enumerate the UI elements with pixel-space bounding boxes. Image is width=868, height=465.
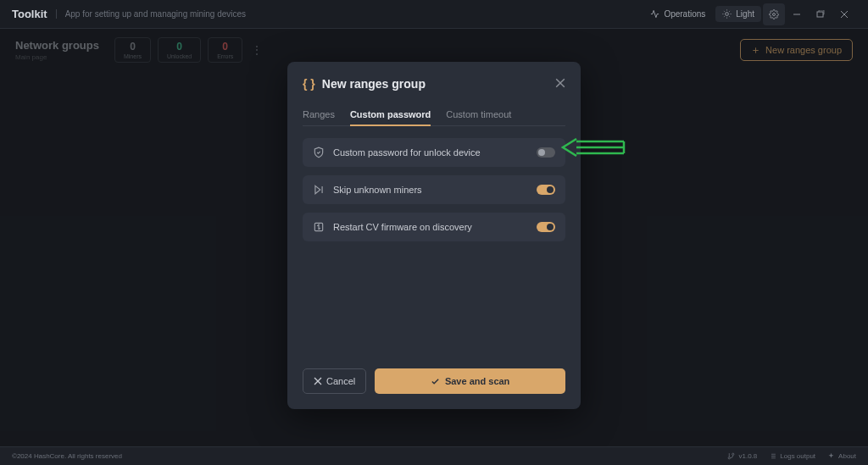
branch-icon [727,452,735,460]
svg-line-7 [724,16,725,17]
option-label: Restart CV firmware on discovery [333,222,528,232]
svg-point-28 [732,453,734,455]
copyright: ©2024 HashCore. All rights reserved [12,452,122,460]
svg-point-29 [729,457,731,459]
close-icon [555,78,565,88]
toggle-skip-unknown[interactable] [537,185,555,195]
save-and-scan-button[interactable]: Save and scan [375,368,565,394]
option-skip-unknown: Skip unknown miners [303,175,565,204]
svg-rect-11 [817,12,823,17]
gear-icon [769,9,779,19]
app-title: Toolkit [12,8,47,20]
modal-header: { } New ranges group [303,77,565,91]
close-icon [840,10,849,19]
new-ranges-modal: { } New ranges group Ranges Custom passw… [287,62,581,409]
check-icon [431,377,440,386]
sun-icon [722,9,732,19]
tab-custom-timeout[interactable]: Custom timeout [446,104,511,125]
svg-point-0 [726,13,729,16]
version-label[interactable]: v1.0.8 [727,452,757,460]
minimize-icon [793,10,801,19]
theme-label: Light [736,9,754,19]
modal-tabs: Ranges Custom password Custom timeout [303,104,565,126]
close-icon [314,377,322,385]
svg-line-8 [730,11,731,12]
cancel-label: Cancel [326,376,355,386]
cancel-button[interactable]: Cancel [303,368,366,394]
svg-point-9 [773,13,776,15]
option-custom-password: Custom password for unlock device [303,138,565,167]
window-close[interactable] [832,3,856,25]
skip-icon [313,184,325,196]
toggle-restart-firmware[interactable] [537,222,555,232]
option-label: Custom password for unlock device [333,147,528,158]
operations-label: Operations [664,9,705,19]
svg-line-4 [730,16,731,17]
save-label: Save and scan [445,376,509,386]
tab-custom-password[interactable]: Custom password [350,104,431,126]
logs-button[interactable]: Logs output [769,452,815,460]
toggle-custom-password[interactable] [537,147,555,158]
svg-line-3 [724,11,725,12]
modal-close-button[interactable] [555,77,565,91]
braces-icon: { } [303,77,315,91]
option-restart-firmware: Restart CV firmware on discovery [303,213,565,241]
footer: ©2024 HashCore. All rights reserved v1.0… [0,446,868,465]
restart-icon [313,221,325,233]
sparkle-icon [827,452,835,460]
about-button[interactable]: About [827,452,856,460]
svg-marker-18 [315,185,320,193]
shield-icon [313,147,325,158]
app-desc: App for setting up and managing mining d… [56,9,246,19]
window-maximize[interactable] [809,3,832,25]
pulse-icon [650,9,659,19]
modal-title: New ranges group [322,77,548,91]
option-label: Skip unknown miners [333,185,528,195]
window-minimize[interactable] [785,3,809,25]
settings-button[interactable] [763,3,785,25]
operations-button[interactable]: Operations [643,6,712,22]
header: Toolkit App for setting up and managing … [0,0,868,29]
theme-button[interactable]: Light [715,6,761,22]
maximize-icon [816,10,825,19]
tab-ranges[interactable]: Ranges [303,104,335,125]
list-icon [769,452,776,460]
modal-actions: Cancel Save and scan [303,368,565,394]
